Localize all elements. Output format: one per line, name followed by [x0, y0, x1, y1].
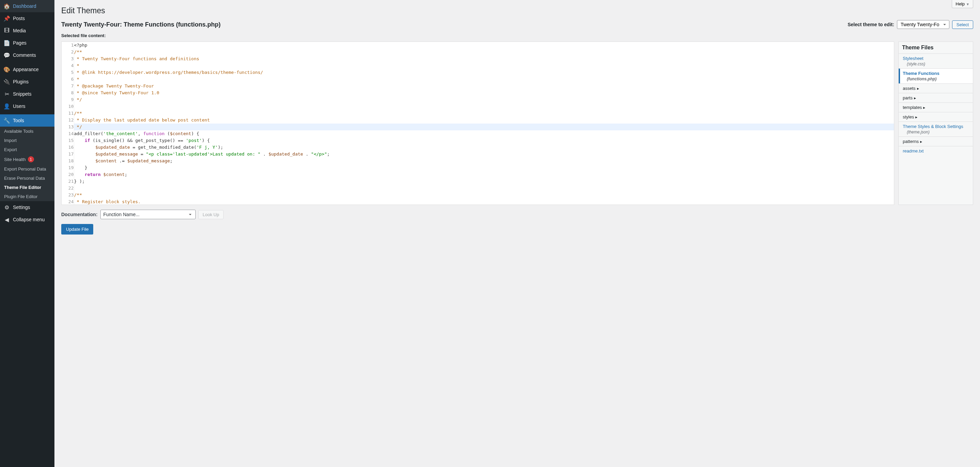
code-line[interactable]: }: [74, 164, 894, 171]
line-number: 18: [62, 158, 74, 164]
folder-item: templates: [903, 105, 969, 110]
code-line[interactable]: * @link https://developer.wordpress.org/…: [74, 69, 894, 76]
caret-right-icon: [920, 139, 922, 144]
code-line[interactable]: add_filter('the_content', function ($con…: [74, 131, 894, 137]
code-line[interactable]: /**: [74, 191, 894, 198]
sidebar-item-plugins[interactable]: 🔌Plugins: [0, 76, 54, 88]
sidebar-sub-erase-personal-data[interactable]: Erase Personal Data: [0, 174, 54, 183]
documentation-select[interactable]: Function Name...: [100, 210, 196, 219]
code-line[interactable]: * @package Twenty Twenty-Four: [74, 83, 894, 89]
file-link[interactable]: Theme Styles & Block Settings: [903, 124, 963, 129]
file-tree-item[interactable]: Theme Functions(functions.php): [899, 69, 973, 83]
code-line[interactable]: */: [74, 124, 894, 131]
file-link[interactable]: Stylesheet: [903, 56, 924, 61]
menu-icon: 🔧: [3, 117, 10, 124]
sidebar-item-users[interactable]: 👤Users: [0, 100, 54, 112]
sidebar-item-pages[interactable]: 📄Pages: [0, 37, 54, 49]
code-line[interactable]: * Twenty Twenty-Four functions and defin…: [74, 56, 894, 62]
update-file-button[interactable]: Update File: [61, 224, 93, 234]
line-number: 4: [62, 62, 74, 69]
file-link[interactable]: readme.txt: [903, 148, 924, 153]
code-line[interactable]: /**: [74, 110, 894, 117]
file-label: Theme Functions: [903, 71, 940, 76]
sidebar-sub-import[interactable]: Import: [0, 136, 54, 145]
help-button[interactable]: Help▼: [952, 0, 973, 8]
sidebar-item-label: Appearance: [13, 67, 39, 72]
file-tree-item[interactable]: patterns: [899, 137, 973, 146]
menu-icon: ⚙: [3, 204, 10, 211]
line-number: 7: [62, 83, 74, 89]
code-line[interactable]: if (is_single() && get_post_type() == 'p…: [74, 137, 894, 144]
file-tree-item[interactable]: templates: [899, 102, 973, 112]
sidebar-item-label: Settings: [13, 204, 30, 210]
code-line[interactable]: *: [74, 76, 894, 83]
code-line[interactable]: return $content;: [74, 171, 894, 178]
sidebar-sub-theme-file-editor[interactable]: Theme File Editor: [0, 183, 54, 192]
code-line[interactable]: [74, 103, 894, 110]
sidebar-item-label: Users: [13, 104, 25, 109]
line-number: 19: [62, 164, 74, 171]
sidebar-item-comments[interactable]: 💬Comments: [0, 49, 54, 61]
sidebar-sub-label: Erase Personal Data: [4, 175, 45, 181]
sidebar-item-label: Comments: [13, 53, 36, 58]
code-line[interactable]: } );: [74, 178, 894, 185]
code-line[interactable]: $updated_date = get_the_modified_date('F…: [74, 144, 894, 151]
documentation-label: Documentation:: [61, 212, 98, 217]
sidebar-sub-label: Export Personal Data: [4, 166, 46, 172]
file-tree-item[interactable]: Theme Styles & Block Settings(theme.json…: [899, 121, 973, 137]
sidebar-item-media[interactable]: 🎞Media: [0, 24, 54, 37]
theme-select-label: Select theme to edit:: [848, 22, 894, 27]
select-button[interactable]: Select: [952, 21, 973, 29]
line-number: 16: [62, 144, 74, 151]
line-number: 17: [62, 151, 74, 158]
menu-icon: 👤: [3, 103, 10, 110]
sidebar-item-dashboard[interactable]: 🏠Dashboard: [0, 0, 54, 12]
sidebar-item-settings[interactable]: ⚙Settings: [0, 201, 54, 214]
theme-select[interactable]: Twenty Twenty-Fo: [897, 20, 950, 29]
line-number: 15: [62, 137, 74, 144]
caret-right-icon: [914, 95, 916, 100]
sidebar-sub-available-tools[interactable]: Available Tools: [0, 127, 54, 136]
code-line[interactable]: <?php: [74, 42, 894, 49]
sidebar-item-appearance[interactable]: 🎨Appearance: [0, 63, 54, 76]
code-line[interactable]: [74, 185, 894, 191]
sidebar-item-posts[interactable]: 📌Posts: [0, 12, 54, 24]
file-sub: (theme.json): [907, 130, 969, 134]
sidebar-item-tools[interactable]: 🔧Tools: [0, 114, 54, 127]
code-line[interactable]: $updated_message = "<p class='last-updat…: [74, 151, 894, 158]
file-tree-item[interactable]: readme.txt: [899, 146, 973, 156]
sidebar-sub-plugin-file-editor[interactable]: Plugin File Editor: [0, 192, 54, 201]
menu-icon: 🎨: [3, 66, 10, 73]
code-line[interactable]: *: [74, 62, 894, 69]
code-line[interactable]: * Display the last updated date below po…: [74, 117, 894, 124]
code-line[interactable]: $content .= $updated_message;: [74, 158, 894, 164]
file-sub: (style.css): [907, 62, 969, 66]
sidebar-item-snippets[interactable]: ✂Snippets: [0, 88, 54, 100]
sidebar-sub-export-personal-data[interactable]: Export Personal Data: [0, 164, 54, 174]
sidebar-item-collapse-menu[interactable]: ◀Collapse menu: [0, 214, 54, 226]
line-number: 3: [62, 56, 74, 62]
code-line[interactable]: * @since Twenty Twenty-Four 1.0: [74, 89, 894, 96]
sidebar-sub-export[interactable]: Export: [0, 145, 54, 154]
file-tree-item[interactable]: styles: [899, 112, 973, 121]
file-title: Twenty Twenty-Four: Theme Functions (fun…: [61, 21, 221, 28]
code-line[interactable]: /**: [74, 49, 894, 56]
folder-item: patterns: [903, 139, 969, 144]
sidebar-item-label: Collapse menu: [13, 217, 45, 222]
code-line[interactable]: */: [74, 96, 894, 103]
menu-icon: 📌: [3, 15, 10, 22]
sidebar-sub-label: Theme File Editor: [4, 185, 41, 190]
file-tree-item[interactable]: assets: [899, 83, 973, 93]
lookup-button[interactable]: Look Up: [198, 210, 224, 219]
code-line[interactable]: * Register block styles.: [74, 198, 894, 205]
file-tree-item[interactable]: parts: [899, 93, 973, 102]
caret-right-icon: [917, 86, 919, 91]
file-tree-item[interactable]: Stylesheet(style.css): [899, 53, 973, 69]
line-number: 12: [62, 117, 74, 124]
sidebar-sub-site-health[interactable]: Site Health1: [0, 154, 54, 164]
caret-down-icon: ▼: [966, 2, 969, 6]
line-number: 22: [62, 185, 74, 191]
page-title: Edit Themes: [61, 6, 973, 15]
code-editor[interactable]: 1<?php2/**3 * Twenty Twenty-Four functio…: [61, 41, 894, 205]
sidebar-item-label: Snippets: [13, 91, 31, 97]
